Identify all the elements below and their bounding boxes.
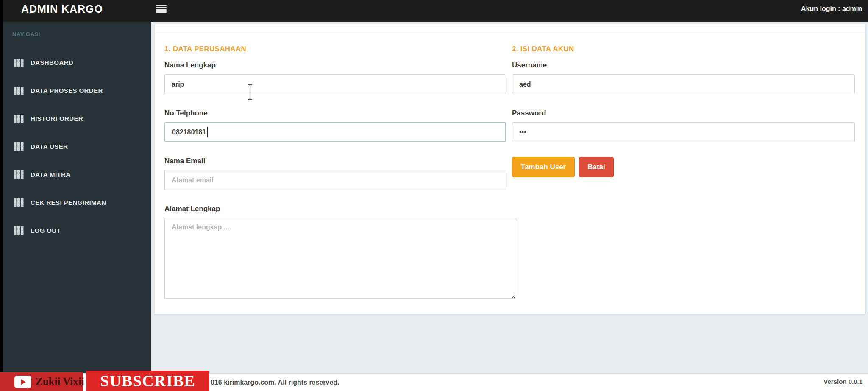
sidebar-item-data-mitra[interactable]: DATA MITRA [3, 160, 151, 188]
sidebar-item-histori-order[interactable]: HISTORI ORDER [3, 104, 151, 132]
channel-name: Zukii Vixii [36, 376, 84, 388]
form-panel: 1. DATA PERUSAHAAN Nama Lengkap No Telph… [155, 24, 865, 314]
content-area: 1. DATA PERUSAHAAN Nama Lengkap No Telph… [151, 22, 868, 373]
panel-header-divider [155, 24, 865, 34]
sidebar-menu: DASHBOARD DATA PROSES ORDER HISTORI ORDE… [3, 48, 151, 244]
no-telphone-label: No Telphone [164, 109, 506, 117]
youtube-play-icon [14, 376, 31, 388]
hamburger-menu-icon[interactable] [156, 1, 174, 17]
subscribe-label: SUBSCRIBE [100, 371, 195, 390]
nama-lengkap-input[interactable] [164, 74, 506, 94]
account-login-status: Akun login : admin [801, 5, 868, 13]
sidebar-item-label: DATA USER [31, 143, 68, 150]
username-label: Username [512, 61, 855, 70]
company-data-column: 1. DATA PERUSAHAAN Nama Lengkap No Telph… [155, 34, 510, 315]
alamat-lengkap-textarea[interactable] [164, 218, 516, 299]
channel-box: Zukii Vixii [0, 372, 83, 391]
sidebar-item-label: LOG OUT [31, 227, 61, 234]
batal-button[interactable]: Batal [579, 157, 614, 177]
grid-icon [14, 170, 24, 179]
sidebar-header: NAVIGASI [3, 22, 151, 37]
sidebar: NAVIGASI DASHBOARD DATA PROSES ORDER HIS… [3, 22, 151, 373]
version-text: Version 0.0.1 [823, 378, 862, 385]
sidebar-item-cek-resi-pengiriman[interactable]: CEK RESI PENGIRIMAN [3, 188, 151, 216]
app-title: ADMIN KARGO [3, 3, 151, 15]
password-input[interactable] [512, 122, 855, 142]
grid-icon [14, 226, 24, 235]
nama-email-input[interactable] [164, 170, 506, 190]
subscribe-button[interactable]: SUBSCRIBE [86, 371, 209, 391]
no-telphone-input[interactable] [164, 122, 506, 142]
section-heading-perusahaan: 1. DATA PERUSAHAAN [164, 45, 506, 53]
text-caret [207, 127, 208, 137]
letterbox-strip [0, 0, 3, 391]
password-label: Password [512, 109, 855, 117]
subscribe-watermark-banner: Zukii Vixii SUBSCRIBE [0, 371, 209, 391]
grid-icon [14, 142, 24, 151]
sidebar-item-data-user[interactable]: DATA USER [3, 132, 151, 160]
nama-email-label: Nama Email [164, 157, 506, 165]
sidebar-item-data-proses-order[interactable]: DATA PROSES ORDER [3, 76, 151, 104]
username-input[interactable] [512, 74, 855, 94]
sidebar-item-label: CEK RESI PENGIRIMAN [31, 199, 106, 206]
alamat-lengkap-label: Alamat Lengkap [164, 205, 506, 213]
sidebar-item-label: DATA MITRA [31, 171, 71, 178]
tambah-user-button[interactable]: Tambah User [512, 157, 575, 177]
grid-icon [14, 198, 24, 207]
sidebar-item-dashboard[interactable]: DASHBOARD [3, 48, 151, 76]
sidebar-item-label: HISTORI ORDER [31, 115, 83, 122]
sidebar-item-log-out[interactable]: LOG OUT [3, 216, 151, 244]
section-heading-akun: 2. ISI DATA AKUN [512, 45, 855, 53]
sidebar-item-label: DASHBOARD [31, 59, 73, 66]
account-data-column: 2. ISI DATA AKUN Username Password Tamba… [510, 34, 865, 315]
top-navbar: ADMIN KARGO Akun login : admin [3, 0, 868, 22]
nama-lengkap-label: Nama Lengkap [164, 61, 506, 70]
grid-icon [14, 115, 24, 123]
grid-icon [14, 87, 24, 95]
sidebar-item-label: DATA PROSES ORDER [31, 87, 103, 94]
grid-icon [14, 59, 24, 67]
copyright-text: 016 kirimkargo.com. All rights reserved. [211, 379, 339, 386]
